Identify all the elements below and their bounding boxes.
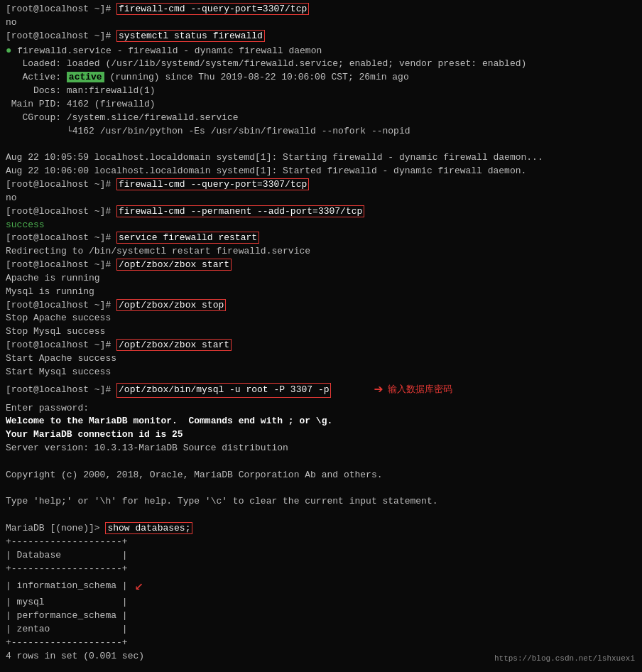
prompt-6: [root@localhost ~]#: [6, 259, 116, 270]
line-28: [root@localhost ~]# /opt/zbox/bin/mysql …: [6, 379, 636, 402]
line-blank-3: [6, 482, 636, 496]
line-4: ● firewalld.service - firewalld - dynami…: [6, 43, 636, 58]
line-9: CGroup: /system.slice/firewalld.service: [6, 112, 636, 125]
line-17: [root@localhost ~]# service firewalld re…: [6, 232, 636, 245]
line-23: Stop Apache success: [6, 312, 636, 325]
line-6: Active: active (running) since Thu 2019-…: [6, 71, 636, 85]
line-10: └4162 /usr/bin/python -Es /usr/sbin/fire…: [6, 125, 636, 139]
cmd-7: /opt/zbox/zbox stop: [116, 299, 226, 311]
prompt-7: [root@localhost ~]#: [6, 300, 116, 310]
line-39: | information_schema | ↙: [6, 575, 636, 596]
mariadb-prompt-1: MariaDB [(none)]>: [6, 523, 105, 533]
cmd-10: show databases;: [105, 522, 192, 534]
prompt: [root@localhost ~]#: [6, 4, 116, 14]
line-20: Apache is running: [6, 272, 636, 286]
prompt-3: [root@localhost ~]#: [6, 179, 116, 190]
line-19: [root@localhost ~]# /opt/zbox/zbox start: [6, 259, 636, 272]
green-dot: ●: [6, 45, 11, 56]
line-24: Stop Mysql success: [6, 325, 636, 339]
line-2: no: [6, 16, 636, 30]
line-40: | mysql |: [6, 596, 636, 609]
chinese-label-1: 输入数据库密码: [388, 384, 452, 397]
watermark: https://blog.csdn.net/lshxuexi: [494, 654, 635, 665]
line-26: Start Apache success: [6, 352, 636, 366]
arrow-1: ➔: [374, 379, 383, 402]
line-25: [root@localhost ~]# /opt/zbox/zbox start: [6, 339, 636, 352]
line-14: no: [6, 192, 636, 205]
line-31: Your MariaDB connection id is 25: [6, 428, 636, 442]
cmd-1: firewall-cmd --query-port=3307/tcp: [116, 3, 309, 15]
cmd-2: systemctl status firewalld: [116, 30, 265, 42]
prompt-5: [root@localhost ~]#: [6, 232, 116, 243]
line-blank-1: [6, 138, 636, 151]
line-5: Loaded: loaded (/usr/lib/systemd/system/…: [6, 58, 636, 71]
prompt-2: [root@localhost ~]#: [6, 31, 116, 41]
line-12: Aug 22 10:06:00 localhost.localdomain sy…: [6, 165, 636, 178]
line-18: Redirecting to /bin/systemctl restart fi…: [6, 245, 636, 259]
line-42: | zentao |: [6, 623, 636, 636]
line-37: | Database |: [6, 549, 636, 563]
cmd-6: /opt/zbox/zbox start: [116, 259, 232, 271]
line-3: [root@localhost ~]# systemctl status fir…: [6, 30, 636, 43]
terminal: [root@localhost ~]# firewall-cmd --query…: [6, 3, 636, 672]
line-43: +--------------------+: [6, 636, 636, 650]
line-13: [root@localhost ~]# firewall-cmd --query…: [6, 178, 636, 192]
cmd-9: /opt/zbox/bin/mysql -u root -P 3307 -p: [116, 383, 331, 398]
line-15: [root@localhost ~]# firewall-cmd --perma…: [6, 205, 636, 219]
line-29: Enter password:: [6, 402, 636, 416]
line-41: | performance_schema |: [6, 609, 636, 623]
arrow-2: ↙: [135, 575, 143, 596]
prompt-8: [root@localhost ~]#: [6, 340, 116, 350]
line-7: Docs: man:firewalld(1): [6, 85, 636, 98]
line-33: Copyright (c) 2000, 2018, Oracle, MariaD…: [6, 469, 636, 482]
line-blank-4: [6, 509, 636, 522]
prompt-9: [root@localhost ~]#: [6, 384, 116, 397]
line-blank-2: [6, 455, 636, 469]
cmd-4: firewall-cmd --permanent --add-port=3307…: [116, 205, 364, 217]
active-badge: active: [67, 72, 104, 82]
line-35: MariaDB [(none)]> show databases;: [6, 522, 636, 536]
line-1: [root@localhost ~]# firewall-cmd --query…: [6, 3, 636, 16]
line-36: +--------------------+: [6, 536, 636, 549]
line-34: Type 'help;' or '\h' for help. Type '\c'…: [6, 495, 636, 509]
cmd-3: firewall-cmd --query-port=3307/tcp: [116, 178, 309, 190]
line-16: success: [6, 219, 636, 232]
line-11: Aug 22 10:05:59 localhost.localdomain sy…: [6, 151, 636, 165]
line-8: Main PID: 4162 (firewalld): [6, 98, 636, 112]
line-27: Start Mysql success: [6, 366, 636, 379]
line-30: Welcome to the MariaDB monitor. Commands…: [6, 415, 636, 428]
cmd-5: service firewalld restart: [116, 232, 259, 244]
cmd-8: /opt/zbox/zbox start: [116, 339, 232, 351]
line-21: Mysql is running: [6, 286, 636, 299]
line-22: [root@localhost ~]# /opt/zbox/zbox stop: [6, 299, 636, 313]
line-32: Server version: 10.3.13-MariaDB Source d…: [6, 442, 636, 455]
line-38: +--------------------+: [6, 563, 636, 576]
prompt-4: [root@localhost ~]#: [6, 206, 116, 217]
